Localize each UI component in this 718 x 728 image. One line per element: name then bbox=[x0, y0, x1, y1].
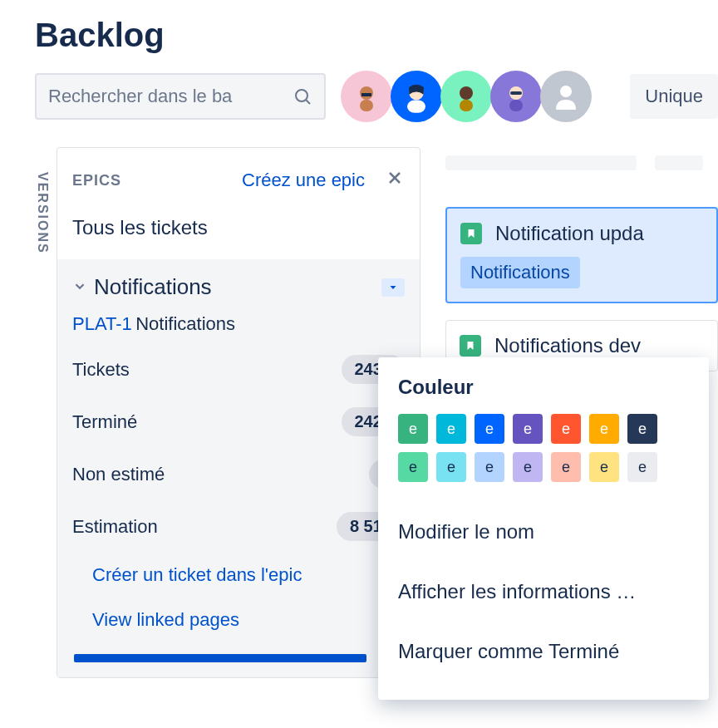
color-swatch[interactable]: e bbox=[589, 452, 619, 482]
issue-title: Notification upda bbox=[495, 222, 644, 245]
epic-key-link[interactable]: PLAT-1 bbox=[72, 313, 132, 334]
avatar-unassigned[interactable] bbox=[540, 71, 592, 122]
chevron-down-icon[interactable] bbox=[72, 278, 87, 297]
create-issue-in-epic-link[interactable]: Créer un ticket dans l'epic bbox=[92, 564, 405, 586]
epic-menu-trigger[interactable] bbox=[381, 278, 405, 297]
placeholder-line bbox=[445, 155, 637, 170]
stat-label: Terminé bbox=[72, 411, 137, 433]
stat-label: Tickets bbox=[72, 359, 130, 381]
dropdown-color-title: Couleur bbox=[398, 376, 689, 399]
color-swatch[interactable]: e bbox=[513, 452, 543, 482]
view-linked-pages-link[interactable]: View linked pages bbox=[92, 609, 405, 631]
story-icon bbox=[460, 223, 482, 244]
avatar[interactable] bbox=[391, 71, 442, 122]
toolbar: Unique bbox=[35, 71, 718, 122]
color-swatch[interactable]: e bbox=[551, 414, 581, 444]
stat-label: Non estimé bbox=[72, 464, 165, 485]
color-swatch[interactable]: e bbox=[398, 452, 428, 482]
search-input[interactable] bbox=[48, 86, 293, 107]
svg-rect-3 bbox=[360, 100, 373, 111]
epics-panel: EPICS Créez une epic Tous les tickets No… bbox=[57, 147, 420, 678]
epics-title: EPICS bbox=[72, 172, 242, 189]
stat-row: Tickets2435 bbox=[72, 355, 405, 384]
avatar[interactable] bbox=[341, 71, 392, 122]
dropdown-item-mark-done[interactable]: Marquer comme Terminé bbox=[398, 622, 689, 681]
color-swatch[interactable]: e bbox=[475, 452, 504, 482]
svg-point-0 bbox=[296, 90, 307, 101]
stat-row: Terminé2428 bbox=[72, 407, 405, 436]
dropdown-item-info[interactable]: Afficher les informations … bbox=[398, 562, 689, 622]
epic-key-label-text: Notifications bbox=[135, 313, 235, 334]
create-epic-link[interactable]: Créez une epic bbox=[242, 170, 365, 191]
epic-progress-bar bbox=[74, 654, 366, 662]
versions-tab[interactable]: VERSIONS bbox=[35, 147, 57, 678]
dropdown-item-rename[interactable]: Modifier le nom bbox=[398, 502, 689, 562]
avatar[interactable] bbox=[490, 71, 542, 122]
color-swatch[interactable]: e bbox=[627, 414, 657, 444]
svg-line-1 bbox=[307, 101, 311, 105]
placeholder-line bbox=[655, 155, 703, 170]
avatar[interactable] bbox=[440, 71, 492, 122]
svg-rect-8 bbox=[460, 100, 473, 111]
epic-dropdown-menu: Couleur eeeeeeeeeeeeee Modifier le nom A… bbox=[378, 357, 709, 700]
epic-item-expanded: Notifications PLAT-1 Notifications Ticke… bbox=[57, 259, 420, 677]
epic-tag[interactable]: Notifications bbox=[460, 257, 580, 288]
svg-point-12 bbox=[560, 86, 572, 97]
color-swatch[interactable]: e bbox=[398, 414, 428, 444]
color-swatch-grid: eeeeeeeeeeeeee bbox=[398, 414, 689, 482]
svg-rect-6 bbox=[407, 100, 425, 112]
svg-rect-11 bbox=[510, 91, 522, 95]
color-swatch[interactable]: e bbox=[436, 452, 466, 482]
svg-rect-10 bbox=[509, 100, 523, 111]
color-swatch[interactable]: e bbox=[436, 414, 466, 444]
epic-stats: Tickets2435 Terminé2428 Non estimé0 Esti… bbox=[72, 355, 405, 541]
svg-rect-4 bbox=[361, 93, 371, 96]
epic-actions: Créer un ticket dans l'epic View linked … bbox=[72, 564, 405, 631]
issue-card-selected[interactable]: Notification upda Notifications bbox=[445, 207, 718, 303]
stat-row: Estimation8 513 bbox=[72, 512, 405, 541]
story-icon bbox=[460, 335, 481, 357]
stat-row: Non estimé0 bbox=[72, 460, 405, 489]
assignee-avatars bbox=[342, 71, 592, 122]
epic-name: Notifications bbox=[94, 274, 375, 300]
color-swatch[interactable]: e bbox=[589, 414, 619, 444]
color-swatch[interactable]: e bbox=[627, 452, 657, 482]
svg-marker-15 bbox=[391, 285, 396, 288]
page-title: Backlog bbox=[35, 17, 718, 54]
svg-point-7 bbox=[460, 86, 473, 100]
epics-header: EPICS Créez une epic bbox=[57, 148, 420, 209]
unique-filter-button[interactable]: Unique bbox=[630, 74, 718, 119]
search-box[interactable] bbox=[35, 73, 326, 120]
color-swatch[interactable]: e bbox=[513, 414, 543, 444]
close-icon[interactable] bbox=[383, 166, 406, 194]
stat-label: Estimation bbox=[72, 516, 158, 538]
search-icon bbox=[293, 86, 312, 106]
issue-title: Notifications dev bbox=[494, 334, 641, 357]
color-swatch[interactable]: e bbox=[551, 452, 581, 482]
color-swatch[interactable]: e bbox=[475, 414, 504, 444]
all-issues-item[interactable]: Tous les tickets bbox=[57, 209, 420, 259]
